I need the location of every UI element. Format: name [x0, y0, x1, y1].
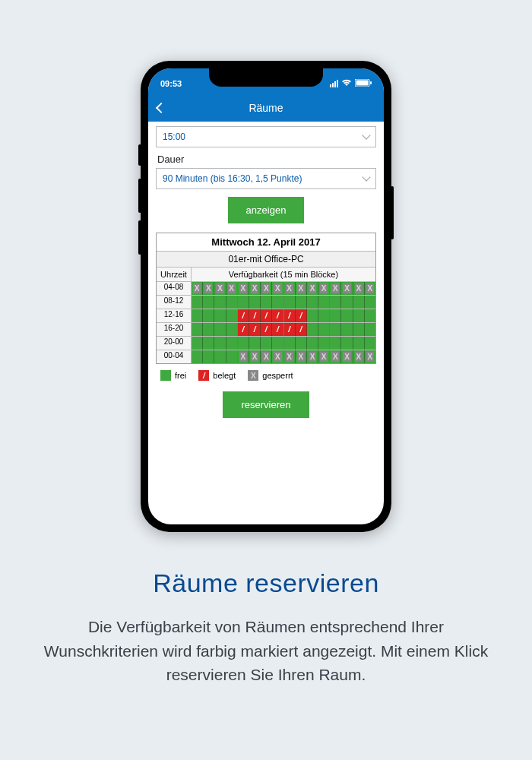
- slot-free[interactable]: [318, 323, 330, 336]
- slot-free[interactable]: [365, 337, 375, 350]
- slot-free[interactable]: [307, 337, 318, 350]
- time-select[interactable]: 15:00: [156, 126, 376, 147]
- slot-free[interactable]: [261, 337, 272, 350]
- slot-free[interactable]: [341, 309, 353, 322]
- reserve-button[interactable]: reservieren: [223, 391, 309, 418]
- slot-busy: /: [296, 323, 307, 336]
- slot-free[interactable]: [272, 337, 283, 350]
- slot-busy: /: [249, 309, 261, 322]
- slot-free[interactable]: [203, 296, 214, 309]
- back-icon[interactable]: [156, 103, 166, 113]
- nav-bar: Räume: [148, 94, 384, 122]
- slot-free[interactable]: [307, 323, 318, 336]
- slot-locked: X: [307, 282, 318, 295]
- slot-busy: /: [238, 323, 249, 336]
- slot-locked: X: [318, 282, 330, 295]
- slot-free[interactable]: [203, 309, 214, 322]
- slot-free[interactable]: [192, 309, 203, 322]
- slot-busy: /: [272, 309, 283, 322]
- legend-swatch-free: [160, 370, 171, 381]
- grid-row: 12-16//////: [157, 309, 375, 323]
- slot-free[interactable]: [318, 337, 330, 350]
- show-button[interactable]: anzeigen: [228, 197, 305, 223]
- slot-free[interactable]: [192, 350, 203, 363]
- slot-free[interactable]: [318, 309, 330, 322]
- slot-row: [192, 296, 375, 309]
- slot-free[interactable]: [341, 323, 353, 336]
- slot-locked: X: [214, 282, 226, 295]
- slot-free[interactable]: [214, 309, 226, 322]
- slot-free[interactable]: [249, 296, 261, 309]
- marketing-body: Die Verfügbarkeit von Räumen ent­spreche…: [38, 615, 494, 687]
- time-cell: 12-16: [157, 309, 192, 322]
- slot-busy: /: [296, 309, 307, 322]
- slot-free[interactable]: [318, 296, 330, 309]
- svg-rect-1: [356, 81, 369, 86]
- legend-swatch-busy: /: [198, 370, 209, 381]
- slot-locked: X: [249, 350, 261, 363]
- slot-locked: X: [353, 282, 365, 295]
- slot-busy: /: [249, 323, 261, 336]
- slot-free[interactable]: [214, 296, 226, 309]
- grid-row: 08-12: [157, 296, 375, 309]
- slot-locked: X: [261, 350, 272, 363]
- slot-free[interactable]: [226, 296, 238, 309]
- slot-free[interactable]: [330, 323, 341, 336]
- slot-locked: X: [318, 350, 330, 363]
- slot-free[interactable]: [365, 296, 375, 309]
- slot-free[interactable]: [307, 309, 318, 322]
- slot-free[interactable]: [365, 309, 375, 322]
- slot-free[interactable]: [226, 337, 238, 350]
- marketing-block: Räume reservieren Die Verfügbarkeit von …: [0, 568, 532, 687]
- slot-free[interactable]: [214, 350, 226, 363]
- slot-free[interactable]: [238, 337, 249, 350]
- slot-free[interactable]: [296, 296, 307, 309]
- slot-free[interactable]: [307, 296, 318, 309]
- slot-free[interactable]: [330, 296, 341, 309]
- slot-free[interactable]: [203, 323, 214, 336]
- wifi-icon: [341, 79, 352, 88]
- slot-free[interactable]: [341, 337, 353, 350]
- slot-free[interactable]: [214, 323, 226, 336]
- slot-free[interactable]: [330, 309, 341, 322]
- slot-free[interactable]: [226, 323, 238, 336]
- duration-label: Dauer: [157, 154, 376, 165]
- slot-free[interactable]: [192, 323, 203, 336]
- grid-row: 04-08XXXXXXXXXXXXXXXX: [157, 282, 375, 296]
- slot-busy: /: [272, 323, 283, 336]
- slot-free[interactable]: [203, 337, 214, 350]
- slot-free[interactable]: [284, 296, 296, 309]
- time-cell: 04-08: [157, 282, 192, 295]
- slot-free[interactable]: [341, 296, 353, 309]
- slot-free[interactable]: [284, 337, 296, 350]
- slot-free[interactable]: [365, 323, 375, 336]
- grid-row: 20-00: [157, 337, 375, 350]
- panel-date: Mittwoch 12. April 2017: [157, 233, 375, 252]
- slot-busy: /: [284, 309, 296, 322]
- slot-free[interactable]: [192, 296, 203, 309]
- slot-free[interactable]: [353, 323, 365, 336]
- slot-free[interactable]: [261, 296, 272, 309]
- slot-free[interactable]: [238, 296, 249, 309]
- svg-rect-2: [370, 81, 372, 84]
- slot-free[interactable]: [249, 337, 261, 350]
- col-header-time: Uhrzeit: [157, 268, 192, 281]
- slot-free[interactable]: [353, 296, 365, 309]
- slot-free[interactable]: [226, 309, 238, 322]
- slot-free[interactable]: [330, 337, 341, 350]
- slot-busy: /: [261, 323, 272, 336]
- slot-locked: X: [261, 282, 272, 295]
- slot-free[interactable]: [214, 337, 226, 350]
- slot-busy: /: [261, 309, 272, 322]
- slot-locked: X: [296, 350, 307, 363]
- slot-free[interactable]: [226, 350, 238, 363]
- slot-free[interactable]: [203, 350, 214, 363]
- slot-free[interactable]: [353, 337, 365, 350]
- slot-locked: X: [307, 350, 318, 363]
- slot-free[interactable]: [272, 296, 283, 309]
- duration-select[interactable]: 90 Minuten (bis 16:30, 1,5 Punkte): [156, 168, 376, 189]
- slot-free[interactable]: [296, 337, 307, 350]
- slot-free[interactable]: [353, 309, 365, 322]
- slot-row: //////: [192, 323, 375, 336]
- slot-free[interactable]: [192, 337, 203, 350]
